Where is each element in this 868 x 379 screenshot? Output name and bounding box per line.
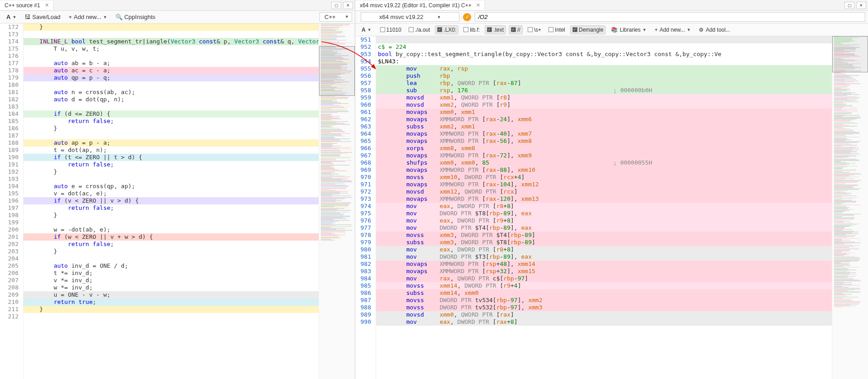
code-line[interactable] — [24, 219, 319, 226]
asm-line[interactable]: subss xmm14, xmm0 — [376, 289, 832, 297]
asm-line[interactable]: movss xmm3, DWORD PTR $T4[rbp-89] — [376, 232, 832, 239]
code-line[interactable]: v *= inv_d; — [24, 277, 319, 284]
asm-area[interactable]: c$ = 224bool by_copy::test_segment_trian… — [376, 36, 832, 379]
intel-toggle[interactable]: Intel — [546, 25, 568, 34]
source-tab[interactable]: C++ source #1 ✕ — [0, 1, 54, 10]
compiler-tab[interactable]: x64 msvc v19.22 (Editor #1, Compiler #1)… — [355, 1, 485, 10]
code-line[interactable]: INLINE_L bool test_segment_tr|iangle(Vec… — [24, 38, 319, 45]
code-line[interactable]: } — [24, 168, 319, 175]
code-line[interactable]: if (t <= ZERO || t > d) { — [24, 154, 319, 161]
asm-line[interactable]: movsd xmm12, QWORD PTR [rcx] — [376, 188, 832, 195]
asm-line[interactable]: movss DWORD PTR tv534[rbp-97], xmm2 — [376, 297, 832, 304]
libraries-button[interactable]: 📚Libraries▼ — [608, 26, 649, 34]
close-window-icon[interactable]: ✕ — [343, 2, 353, 9]
code-line[interactable]: w *= inv_d; — [24, 284, 319, 291]
asm-line[interactable]: movaps XMMWORD PTR [rax-24], xmm6 — [376, 116, 832, 123]
code-line[interactable]: auto qp = p - q; — [24, 74, 319, 81]
font-button[interactable]: A▼ — [3, 12, 20, 22]
language-select[interactable]: C++ ▼ — [320, 12, 352, 22]
demangle-toggle[interactable]: ✓Demangle — [570, 25, 606, 34]
code-line[interactable]: if (d <= ZERO) { — [24, 110, 319, 118]
binary-toggle[interactable]: 11010 — [378, 25, 404, 34]
code-line[interactable]: return false; — [24, 118, 319, 125]
code-line[interactable]: return false; — [24, 204, 319, 212]
asm-line[interactable]: push rbp — [376, 72, 832, 80]
cppinsights-button[interactable]: 🔍CppInsights — [112, 12, 159, 22]
code-line[interactable]: auto e = cross(qp, ap); — [24, 183, 319, 190]
code-line[interactable]: if (v < ZERO || v > d) { — [24, 197, 319, 204]
code-line[interactable]: t *= inv_d; — [24, 270, 319, 277]
asm-line[interactable]: movaps XMMWORD PTR [rax-120], xmm13 — [376, 195, 832, 203]
asm-line[interactable]: sub rsp, 176 ; 000000b0H — [376, 87, 832, 94]
code-line[interactable]: auto n = cross(ab, ac); — [24, 89, 319, 96]
asm-line[interactable]: mov rax, rsp — [376, 65, 832, 72]
code-line[interactable] — [24, 81, 319, 89]
asm-line[interactable]: movaps XMMWORD PTR [rax-104], xmm12 — [376, 181, 832, 188]
asm-line[interactable]: movss xmm14, DWORD PTR [r9+4] — [376, 282, 832, 289]
save-load-button[interactable]: 🖫Save/Load — [21, 12, 64, 22]
asm-line[interactable]: mov rax, QWORD PTR c$[rbp-97] — [376, 275, 832, 282]
add-new-button[interactable]: +Add new...▼ — [652, 26, 693, 34]
close-icon[interactable]: ✕ — [45, 2, 49, 8]
minimap[interactable] — [319, 24, 355, 379]
asm-line[interactable]: movaps xmm0, xmm1 — [376, 109, 832, 116]
code-line[interactable]: return true; — [24, 298, 319, 306]
asm-line[interactable]: movaps XMMWORD PTR [rsp+32], xmm15 — [376, 268, 832, 275]
code-line[interactable]: auto ab = b - a; — [24, 60, 319, 67]
code-line[interactable]: auto ap = p - a; — [24, 139, 319, 147]
maximize-icon[interactable]: ▢ — [331, 2, 341, 9]
asm-line[interactable]: movaps XMMWORD PTR [rax-88], xmm10 — [376, 166, 832, 174]
code-line[interactable]: t = dot(ap, n); — [24, 147, 319, 154]
asm-line[interactable]: xorps xmm8, xmm8 — [376, 145, 832, 152]
labels-toggle[interactable]: ✓.LX0: — [435, 25, 458, 34]
asm-line[interactable]: mov DWORD PTR $T3[rbp-89], eax — [376, 253, 832, 261]
code-line[interactable]: if (w < ZERO || v + w > d) { — [24, 233, 319, 241]
code-line[interactable] — [24, 313, 319, 320]
code-line[interactable]: auto inv_d = ONE / d; — [24, 262, 319, 270]
asm-line[interactable]: mov DWORD PTR $T8[rbp-89], eax — [376, 210, 832, 217]
trim-toggle[interactable]: \s+ — [525, 25, 544, 34]
asm-line[interactable]: shufps xmm0, xmm0, 85 ; 00000055H — [376, 159, 832, 166]
asm-line[interactable] — [376, 36, 832, 43]
code-line[interactable]: w = -dot(ab, e); — [24, 226, 319, 233]
asm-line[interactable]: movaps XMMWORD PTR [rax-40], xmm7 — [376, 130, 832, 137]
code-line[interactable]: T u, v, w, t; — [24, 45, 319, 52]
asm-line[interactable]: $LN43: — [376, 58, 832, 65]
code-line[interactable] — [24, 175, 319, 183]
maximize-icon[interactable]: ▢ — [844, 2, 854, 9]
asm-line[interactable]: movaps XMMWORD PTR [rsp+48], xmm14 — [376, 261, 832, 268]
add-new-button[interactable]: +Add new...▼ — [65, 12, 110, 22]
code-line[interactable]: return false; — [24, 161, 319, 168]
code-line[interactable]: auto ac = c - a; — [24, 67, 319, 74]
code-line[interactable]: v = dot(ac, e); — [24, 190, 319, 197]
code-line[interactable]: } — [24, 306, 319, 313]
asm-line[interactable]: bool by_copy::test_segment_triangle(by_c… — [376, 51, 832, 58]
asm-line[interactable]: c$ = 224 — [376, 43, 832, 51]
font-button[interactable]: A▼ — [358, 25, 375, 34]
code-line[interactable]: } — [24, 24, 319, 31]
code-line[interactable]: return false; — [24, 241, 319, 248]
asm-line[interactable]: lea rbp, QWORD PTR [rax-87] — [376, 80, 832, 87]
code-line[interactable] — [24, 52, 319, 60]
code-area[interactable]: } INLINE_L bool test_segment_tr|iangle(V… — [24, 24, 319, 379]
asm-line[interactable]: mov eax, DWORD PTR [r9+8] — [376, 217, 832, 224]
asm-line[interactable]: mov eax, DWORD PTR [rax+8] — [376, 318, 832, 326]
code-line[interactable]: u = ONE - v - w; — [24, 291, 319, 298]
asm-line[interactable]: movss xmm10, DWORD PTR [rcx+4] — [376, 174, 832, 181]
asm-line[interactable]: mov DWORD PTR $T4[rbp-89], eax — [376, 224, 832, 232]
libf-toggle[interactable]: lib.f: — [461, 25, 482, 34]
code-line[interactable] — [24, 103, 319, 110]
asm-line[interactable]: mov eax, DWORD PTR [r8+8] — [376, 203, 832, 210]
code-line[interactable]: } — [24, 248, 319, 255]
asm-line[interactable]: movaps XMMWORD PTR [rax-56], xmm8 — [376, 137, 832, 145]
directives-toggle[interactable]: ✓.text — [485, 25, 506, 34]
asm-line[interactable]: movaps XMMWORD PTR [rax-72], xmm9 — [376, 152, 832, 159]
asm-line[interactable]: subss xmm2, xmm1 — [376, 123, 832, 130]
asm-line[interactable]: movsd xmm0, QWORD PTR [rax] — [376, 311, 832, 318]
code-line[interactable]: } — [24, 212, 319, 219]
code-line[interactable]: } — [24, 125, 319, 132]
asm-line[interactable]: mov eax, DWORD PTR [r8+8] — [376, 246, 832, 253]
asm-line[interactable]: movsd xmm1, QWORD PTR [r8] — [376, 94, 832, 101]
source-editor[interactable]: 1721731741751761771781791801811821831841… — [0, 24, 355, 379]
comments-toggle[interactable]: ✓// — [509, 25, 523, 34]
